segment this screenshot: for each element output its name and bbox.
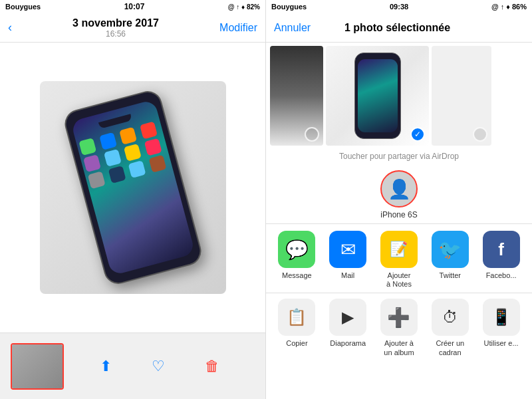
cadran-label: Créer uncadran [436, 339, 464, 356]
action-copy[interactable]: 📋 Copier [273, 299, 320, 348]
iphone-screen [70, 99, 196, 275]
facebook-icon: f [483, 231, 520, 268]
add-album-label: Ajouter àun album [384, 339, 414, 356]
icons-right: @ ↑ ♦ 86% [491, 3, 527, 11]
airdrop-device[interactable]: 👤 iPhone 6S [380, 170, 418, 219]
app-icon [78, 138, 96, 156]
status-bar-left: Bouygues 10:07 @ ↑ ♦ 82% [0, 0, 265, 13]
action-cadran[interactable]: ⏱ Créer uncadran [427, 299, 473, 356]
cadran-icon: ⏱ [432, 299, 469, 336]
time-right: 09:38 [390, 3, 408, 11]
carrier-right: Bouygues [271, 3, 307, 11]
select-circle-3[interactable] [473, 127, 487, 142]
slideshow-label: Diaporama [330, 339, 366, 348]
airdrop-avatar: 👤 [380, 170, 418, 207]
app-grid [75, 117, 173, 192]
use-icon: 📱 [483, 299, 520, 336]
app-icon [144, 138, 162, 156]
airdrop-label: Toucher pour partager via AirDrop [266, 149, 532, 165]
nav-title-left: 3 novembre 2017 16:56 [72, 17, 159, 39]
app-icon [108, 166, 126, 184]
notes-label: Ajouterà Notes [386, 271, 412, 289]
copy-icon: 📋 [278, 299, 315, 336]
left-panel: Bouygues 10:07 @ ↑ ♦ 82% ‹ 3 novembre 20… [0, 0, 266, 399]
mail-label: Mail [341, 271, 354, 280]
thumbnail-preview[interactable] [11, 343, 64, 390]
photo-date: 3 novembre 2017 [72, 17, 159, 29]
share-row: 💬 Message ✉ Mail 📝 Ajouterà Notes 🐦 Twit… [266, 223, 532, 293]
share-notes[interactable]: 📝 Ajouterà Notes [376, 231, 422, 289]
mail-icon: ✉ [329, 231, 366, 268]
share-button[interactable]: ⬆ [100, 358, 112, 375]
message-label: Message [282, 271, 312, 280]
share-message[interactable]: 💬 Message [273, 231, 320, 280]
share-mail[interactable]: ✉ Mail [325, 231, 371, 280]
airdrop-device-name: iPhone 6S [380, 210, 417, 219]
app-icon [128, 160, 146, 178]
twitter-label: Twitter [440, 271, 461, 280]
action-add-album[interactable]: ➕ Ajouter àun album [376, 299, 422, 356]
action-slideshow[interactable]: ▶ Diaporama [325, 299, 371, 348]
nav-bar-right: Annuler 1 photo sélectionnée [266, 13, 532, 43]
app-icon [123, 144, 141, 162]
status-bar-right: Bouygues 09:38 @ ↑ ♦ 86% [266, 0, 532, 13]
app-icon [103, 149, 121, 167]
slideshow-icon: ▶ [329, 299, 366, 336]
main-photo-area [0, 43, 265, 332]
notes-icon: 📝 [380, 231, 418, 268]
app-icon [139, 122, 157, 140]
heart-button[interactable]: ♡ [152, 358, 165, 375]
cancel-button[interactable]: Annuler [274, 22, 311, 34]
action-use[interactable]: 📱 Utiliser e... [478, 299, 525, 348]
app-icon [87, 171, 105, 189]
twitter-icon: 🐦 [432, 231, 469, 268]
message-icon: 💬 [278, 231, 315, 268]
photo-strip: ✓ [266, 43, 532, 149]
actions-row: 📋 Copier ▶ Diaporama ➕ Ajouter àun album… [266, 293, 532, 359]
select-circle-2[interactable]: ✓ [410, 127, 425, 142]
time-left: 10:07 [124, 2, 145, 11]
nav-bar-left: ‹ 3 novembre 2017 16:56 Modifier [0, 13, 265, 43]
icons-left: @ ↑ ♦ 82% [228, 3, 260, 11]
add-album-icon: ➕ [380, 299, 418, 336]
photo-thumb-3[interactable] [432, 46, 491, 146]
photo-thumb-1[interactable] [270, 46, 323, 146]
trash-button[interactable]: 🗑 [205, 358, 219, 375]
photo-thumb-2[interactable]: ✓ [326, 46, 429, 146]
share-twitter[interactable]: 🐦 Twitter [427, 231, 473, 280]
photo-content [40, 81, 226, 294]
app-icon [148, 155, 166, 173]
app-icon [98, 132, 116, 150]
modify-button[interactable]: Modifier [219, 22, 257, 34]
select-circle-1[interactable] [305, 127, 319, 142]
iphone-mockup [61, 88, 204, 287]
avatar-icon: 👤 [388, 178, 411, 200]
carrier-left: Bouygues [5, 3, 41, 11]
photo-time: 16:56 [72, 29, 159, 39]
app-icon [83, 154, 101, 172]
copy-label: Copier [286, 339, 307, 348]
bottom-actions: ⬆ ♡ 🗑 [64, 358, 255, 375]
app-icon [119, 127, 137, 145]
airdrop-section: 👤 iPhone 6S [266, 165, 532, 223]
facebook-label: Facebo... [486, 271, 517, 280]
back-button[interactable]: ‹ [8, 21, 12, 35]
right-panel: Bouygues 09:38 @ ↑ ♦ 86% Annuler 1 photo… [266, 0, 532, 399]
use-label: Utiliser e... [484, 339, 519, 348]
share-facebook[interactable]: f Facebo... [478, 231, 525, 280]
selection-title: 1 photo sélectionnée [344, 22, 450, 34]
bottom-strip: ⬆ ♡ 🗑 [0, 332, 265, 399]
